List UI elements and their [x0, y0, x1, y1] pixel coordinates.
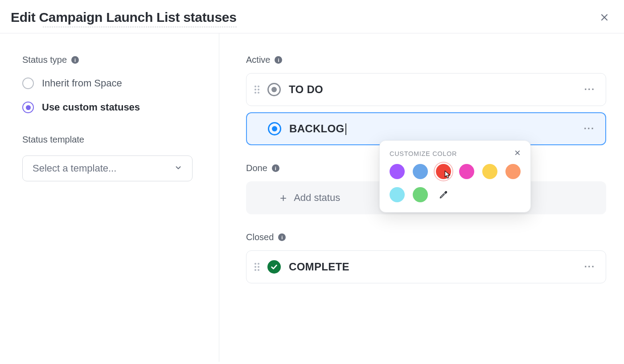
cursor-pointer-icon	[443, 170, 453, 180]
status-name-todo: TO DO	[289, 83, 584, 96]
customize-color-popover: CUSTOMIZE COLOR	[379, 140, 531, 213]
status-template-label: Status template	[22, 135, 84, 145]
closed-section-label-row: Closed i	[246, 232, 606, 242]
eyedropper-icon	[439, 190, 448, 199]
template-select-placeholder: Select a template...	[33, 163, 116, 174]
modal-title: Edit Campaign Launch List statuses	[11, 10, 237, 25]
radio-inherit-from-space[interactable]: Inherit from Space	[22, 78, 199, 89]
radio-circle-unselected	[22, 78, 34, 89]
close-icon	[514, 150, 521, 156]
radio-dot	[26, 105, 31, 110]
color-swatch-orange[interactable]	[505, 164, 521, 179]
add-status-label: Add status	[294, 192, 340, 204]
color-swatch-purple[interactable]	[390, 164, 405, 179]
title-underline	[43, 27, 237, 27]
closed-section: Closed i COMPLETE ···	[246, 232, 606, 283]
status-type-label-row: Status type i	[22, 55, 199, 65]
done-section-label: Done	[246, 163, 267, 173]
status-name-backlog-text: BACKLOG	[289, 123, 344, 135]
color-swatch-yellow[interactable]	[482, 164, 497, 179]
eyedropper-button[interactable]	[436, 187, 451, 202]
status-row-complete[interactable]: COMPLETE ···	[246, 250, 606, 283]
info-icon[interactable]: i	[275, 56, 282, 64]
popover-title: CUSTOMIZE COLOR	[390, 150, 457, 157]
status-name-backlog[interactable]: BACKLOG	[289, 123, 584, 135]
status-more-button[interactable]: ···	[584, 123, 595, 135]
radio-use-custom-statuses[interactable]: Use custom statuses	[22, 102, 199, 113]
active-section-label: Active	[246, 55, 270, 65]
status-more-button[interactable]: ···	[584, 84, 595, 95]
status-type-radio-group: Inherit from Space Use custom statuses	[22, 78, 199, 113]
close-icon	[600, 13, 609, 22]
active-section-label-row: Active i	[246, 55, 606, 65]
color-swatch-blue[interactable]	[413, 164, 428, 179]
radio-inherit-label: Inherit from Space	[42, 78, 122, 89]
status-color-complete[interactable]	[267, 260, 281, 274]
close-button[interactable]	[598, 11, 611, 24]
left-panel: Status type i Inherit from Space Use cus…	[0, 33, 219, 362]
color-swatch-cyan[interactable]	[390, 187, 405, 202]
drag-handle-icon[interactable]	[255, 86, 259, 94]
status-row-todo[interactable]: TO DO ···	[246, 73, 606, 106]
popover-header: CUSTOMIZE COLOR	[390, 150, 521, 158]
color-swatch-pink[interactable]	[459, 164, 474, 179]
status-name-complete: COMPLETE	[289, 261, 584, 273]
plus-icon: +	[280, 191, 287, 205]
status-color-todo[interactable]	[267, 83, 281, 96]
color-swatch-grid	[390, 164, 521, 202]
drag-handle-icon[interactable]	[255, 263, 259, 271]
info-icon[interactable]: i	[71, 56, 79, 64]
status-template-label-row: Status template	[22, 135, 199, 145]
status-type-label: Status type	[22, 55, 67, 65]
radio-circle-selected	[22, 102, 34, 113]
status-more-button[interactable]: ···	[584, 261, 595, 273]
text-caret	[345, 123, 346, 135]
modal-body: Status type i Inherit from Space Use cus…	[0, 33, 624, 362]
modal-header: Edit Campaign Launch List statuses	[0, 0, 624, 33]
radio-custom-label: Use custom statuses	[42, 102, 140, 113]
right-panel: Active i TO DO ··· BACKLOG ··· Done i + …	[219, 33, 624, 362]
modal-title-wrap: Edit Campaign Launch List statuses	[11, 10, 237, 25]
color-swatch-green[interactable]	[413, 187, 428, 202]
color-swatch-red[interactable]	[436, 164, 451, 179]
template-select[interactable]: Select a template...	[22, 155, 193, 181]
chevron-down-icon	[174, 164, 182, 173]
info-icon[interactable]: i	[278, 233, 286, 241]
closed-section-label: Closed	[246, 232, 274, 242]
check-icon	[270, 263, 278, 271]
popover-close-button[interactable]	[514, 150, 521, 158]
status-color-backlog[interactable]	[268, 122, 281, 135]
info-icon[interactable]: i	[272, 164, 279, 172]
